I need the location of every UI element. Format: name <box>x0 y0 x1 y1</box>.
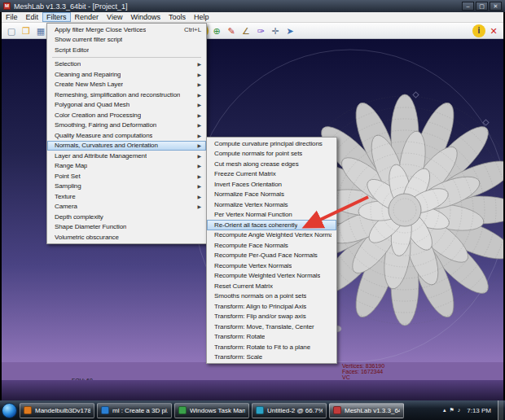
filters-menu-item-show-current-filter-script[interactable]: Show current filter script <box>47 35 206 46</box>
meshlab-logo-icon: M <box>3 2 11 10</box>
filters-menu-item-texture[interactable]: Texture▶ <box>47 191 206 202</box>
normals-submenu-item-transform-align-to-principal-axis[interactable]: Transform: Align to Principal Axis <box>207 301 336 312</box>
filters-menu-item-sampling[interactable]: Sampling▶ <box>47 182 206 192</box>
save-icon[interactable]: ▦ <box>34 24 47 37</box>
normals-submenu-item-recompute-vertex-normals[interactable]: Recompute Vertex Normals <box>207 260 336 271</box>
submenu-arrow-icon: ▶ <box>197 173 201 179</box>
arrow-tool-icon[interactable]: ➤ <box>283 24 296 37</box>
network-icon[interactable]: ⚑ <box>449 407 454 413</box>
menu-filters[interactable]: Filters <box>42 12 71 22</box>
filters-menu-item-depth-complexity[interactable]: Depth complexity <box>47 212 206 222</box>
new-document-icon[interactable]: ▢ <box>5 24 18 37</box>
filters-menu-item-range-map[interactable]: Range Map▶ <box>47 161 206 172</box>
filters-menu-item-remeshing-simplification-and-reconst[interactable]: Remeshing, simplification and reconstruc… <box>47 90 206 100</box>
taskbar-buttons: Mandelbulb3Dv178ml : Create a 3D pi...Wi… <box>20 403 404 418</box>
measure-icon[interactable]: ∠ <box>239 24 253 37</box>
submenu-arrow-icon: ▶ <box>197 133 201 138</box>
normals-submenu-item-reset-current-matrix[interactable]: Reset Current Matrix <box>207 281 336 291</box>
menu-edit[interactable]: Edit <box>22 12 43 22</box>
app-icon <box>101 406 109 414</box>
normals-submenu-item-transform-rotate[interactable]: Transform: Rotate <box>207 332 336 343</box>
globe-icon[interactable]: ⊕ <box>210 24 223 37</box>
normals-submenu-item-normalize-face-normals[interactable]: Normalize Face Normals <box>207 190 336 200</box>
submenu-arrow-icon: ▶ <box>197 142 201 148</box>
submenu-arrow-icon: ▶ <box>197 153 201 159</box>
filters-menu-item-color-creation-and-processing[interactable]: Color Creation and Processing▶ <box>47 110 206 120</box>
filters-menu-item-smoothing-fairing-and-deformation[interactable]: Smoothing, Fairing and Deformation▶ <box>47 120 206 131</box>
taskbar-button-untitled-2-66-7[interactable]: Untitled-2 @ 66.7% (... <box>252 403 327 418</box>
normals-submenu: Compute curvature principal directionsCo… <box>206 137 337 364</box>
normals-submenu-item-transform-move-translate-center[interactable]: Transform: Move, Translate, Center <box>207 322 336 332</box>
submenu-arrow-icon: ▶ <box>197 203 201 209</box>
normals-submenu-item-invert-faces-orientation[interactable]: Invert Faces Orientation <box>207 179 336 190</box>
menu-help[interactable]: Help <box>190 12 213 22</box>
normals-submenu-item-re-orient-all-faces-coherently[interactable]: Re-Orient all faces coherently <box>207 220 336 230</box>
paint-icon[interactable]: ✑ <box>254 24 267 37</box>
submenu-arrow-icon: ▶ <box>197 92 201 98</box>
start-button[interactable] <box>2 403 17 418</box>
edit-pencil-icon[interactable]: ✎ <box>225 24 238 37</box>
menu-view[interactable]: View <box>103 12 126 22</box>
close-button[interactable]: ✕ <box>490 2 502 11</box>
menu-windows[interactable]: Windows <box>126 12 165 22</box>
faces-readout: Faces: 1672344 <box>342 369 384 374</box>
taskbar-button-mandelbulb3dv178[interactable]: Mandelbulb3Dv178 <box>20 403 94 418</box>
app-icon <box>24 406 32 414</box>
filters-menu-item-layer-and-attribute-management[interactable]: Layer and Attribute Management▶ <box>47 151 206 161</box>
filters-menu-item-camera[interactable]: Camera▶ <box>47 202 206 212</box>
filters-menu-item-shape-diameter-function[interactable]: Shape Diameter Function <box>47 222 206 233</box>
menu-tools[interactable]: Tools <box>165 12 190 22</box>
app-icon <box>333 406 341 414</box>
taskbar: Mandelbulb3Dv178ml : Create a 3D pi...Wi… <box>0 400 505 420</box>
filters-menu-item-cleaning-and-repairing[interactable]: Cleaning and Repairing▶ <box>47 69 206 80</box>
volume-icon[interactable]: ♪ <box>458 407 461 413</box>
maximize-button[interactable]: ▢ <box>476 2 488 11</box>
filters-menu-item-volumetric-obscurance[interactable]: Volumetric obscurance <box>47 232 206 243</box>
taskbar-button-windows-task-mana[interactable]: Windows Task Mana... <box>174 403 249 418</box>
normals-submenu-item-compute-normals-for-point-sets[interactable]: Compute normals for point sets <box>207 149 336 160</box>
normals-submenu-item-smooths-normals-on-a-point-sets[interactable]: Smooths normals on a point sets <box>207 291 336 302</box>
taskbar-button-ml-create-a-3d-pi[interactable]: ml : Create a 3D pi... <box>97 403 172 418</box>
normals-submenu-item-recompute-angle-weighted-vertex-norm[interactable]: Recompute Angle Weighted Vertex Normals <box>207 230 336 241</box>
show-desktop-button[interactable] <box>498 400 503 420</box>
menu-file[interactable]: File <box>2 12 22 22</box>
app-icon <box>256 406 264 414</box>
normals-submenu-item-freeze-current-matrix[interactable]: Freeze Current Matrix <box>207 169 336 180</box>
normals-submenu-item-recompute-face-normals[interactable]: Recompute Face Normals <box>207 240 336 251</box>
filters-menu-item-apply-filter-merge-close-vertices[interactable]: Apply filter Merge Close VerticesCtrl+L <box>47 24 206 35</box>
normals-submenu-item-per-vertex-normal-function[interactable]: Per Vertex Normal Function <box>207 210 336 221</box>
filters-menu-item-normals-curvatures-and-orientation[interactable]: Normals, Curvatures and Orientation▶ <box>47 141 206 151</box>
normals-submenu-item-compute-curvature-principal-directio[interactable]: Compute curvature principal directions <box>207 138 336 149</box>
filters-menu-item-polygonal-and-quad-mesh[interactable]: Polygonal and Quad Mesh▶ <box>47 100 206 111</box>
normals-submenu-item-transform-flip-and-or-swap-axis[interactable]: Transform: Flip and/or swap axis <box>207 312 336 322</box>
tray-chevron-icon[interactable]: ▴ <box>443 407 446 413</box>
align-icon[interactable]: ✛ <box>269 24 282 37</box>
submenu-arrow-icon: ▶ <box>197 61 201 67</box>
filters-menu-item-selection[interactable]: Selection▶ <box>47 59 206 70</box>
close-mesh-icon[interactable]: ✕ <box>487 24 500 37</box>
filters-menu-item-point-set[interactable]: Point Set▶ <box>47 171 206 182</box>
normals-submenu-item-recompute-per-quad-face-normals[interactable]: Recompute Per-Quad Face Normals <box>207 251 336 261</box>
minimize-button[interactable]: – <box>462 2 474 11</box>
open-folder-icon[interactable]: ❒ <box>20 24 33 37</box>
taskbar-button-meshlab-v1-3-3-64bi[interactable]: MeshLab v1.3.3_64bi... <box>329 403 404 418</box>
normals-submenu-item-transform-scale[interactable]: Transform: Scale <box>207 352 336 363</box>
system-tray: ▴⚑♪ 7:13 PM <box>443 400 503 420</box>
normals-submenu-item-recompute-weighted-vertex-normals[interactable]: Recompute Weighted Vertex Normals <box>207 271 336 282</box>
taskbar-clock[interactable]: 7:13 PM <box>463 407 494 414</box>
filters-menu-item-create-new-mesh-layer[interactable]: Create New Mesh Layer▶ <box>47 80 206 90</box>
filters-menu-separator <box>52 57 201 58</box>
menu-render[interactable]: Render <box>71 12 103 22</box>
tray-icons: ▴⚑♪ <box>443 407 460 413</box>
submenu-arrow-icon: ▶ <box>197 102 201 107</box>
submenu-arrow-icon: ▶ <box>197 72 201 77</box>
normals-submenu-item-cut-mesh-along-crease-edges[interactable]: Cut mesh along crease edges <box>207 159 336 169</box>
filters-menu-item-quality-measure-and-computations[interactable]: Quality Measure and computations▶ <box>47 130 206 141</box>
normals-submenu-item-transform-rotate-to-fit-to-a-plane[interactable]: Transform: Rotate to Fit to a plane <box>207 342 336 352</box>
submenu-arrow-icon: ▶ <box>197 112 201 118</box>
filters-menu-item-script-editor[interactable]: Script Editor <box>47 45 206 55</box>
submenu-arrow-icon: ▶ <box>197 194 201 199</box>
normals-submenu-item-normalize-vertex-normals[interactable]: Normalize Vertex Normals <box>207 199 336 210</box>
info-icon[interactable]: i <box>472 24 485 37</box>
submenu-arrow-icon: ▶ <box>197 81 201 87</box>
